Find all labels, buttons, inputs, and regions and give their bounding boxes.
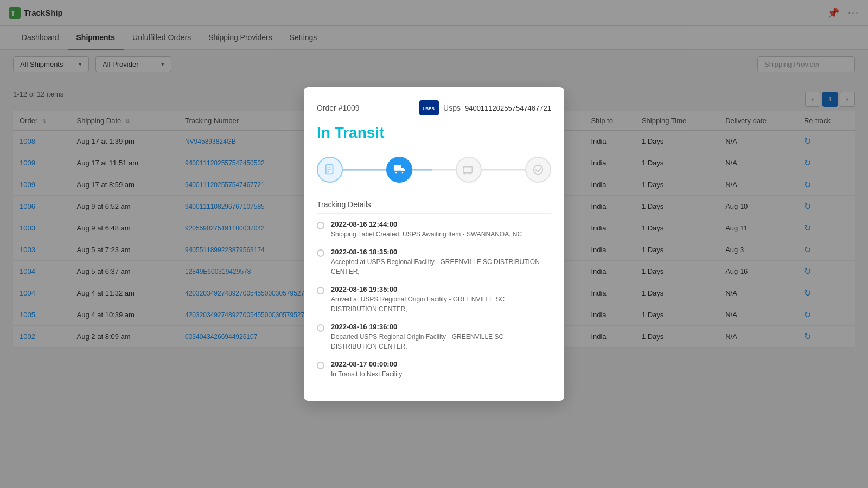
tracking-dot xyxy=(317,249,324,257)
progress-steps xyxy=(317,157,551,183)
svg-text:USPS: USPS xyxy=(423,106,435,111)
tracking-timestamp: 2022-08-16 18:35:00 xyxy=(331,248,551,256)
tracking-event-item: 2022-08-16 19:35:00 Arrived at USPS Regi… xyxy=(317,285,551,314)
step-label xyxy=(317,157,343,183)
van-icon xyxy=(463,164,475,176)
modal-provider: USPS Usps 9400111202557547467721 xyxy=(419,100,551,115)
tracking-dot xyxy=(317,222,324,229)
tracking-body: 2022-08-16 19:36:00 Departed USPS Region… xyxy=(331,323,551,351)
tracking-details-title: Tracking Details xyxy=(317,200,551,214)
tracking-events: 2022-08-16 12:44:00 Shipping Label Creat… xyxy=(317,220,551,356)
tracking-timestamp: 2022-08-16 19:35:00 xyxy=(331,285,551,293)
tracking-description: Departed USPS Regional Origin Facility -… xyxy=(331,332,551,351)
svg-point-9 xyxy=(402,172,404,174)
svg-point-8 xyxy=(395,172,397,174)
step-delivered xyxy=(525,157,551,183)
tracking-event-item: 2022-08-16 12:44:00 Shipping Label Creat… xyxy=(317,220,551,239)
tracking-dot xyxy=(317,324,324,332)
check-icon xyxy=(532,164,544,176)
step-transit xyxy=(386,157,412,183)
truck-icon xyxy=(393,164,405,176)
tracking-modal: Order #1009 USPS Usps 940011120255754746… xyxy=(304,87,564,356)
tracking-body: 2022-08-16 19:35:00 Arrived at USPS Regi… xyxy=(331,285,551,314)
tracking-body: 2022-08-16 18:35:00 Accepted at USPS Reg… xyxy=(331,248,551,277)
progress-bar xyxy=(317,152,551,187)
modal-overlay[interactable]: Order #1009 USPS Usps 940011120255754746… xyxy=(0,0,868,356)
svg-point-13 xyxy=(534,165,543,175)
tracking-description: Arrived at USPS Regional Origin Facility… xyxy=(331,294,551,314)
tracking-description: Accepted at USPS Regional Facility - GRE… xyxy=(331,257,551,277)
svg-rect-10 xyxy=(463,167,473,173)
document-icon xyxy=(324,164,336,176)
step-delivery xyxy=(456,157,482,183)
tracking-body: 2022-08-16 12:44:00 Shipping Label Creat… xyxy=(331,220,551,239)
modal-tracking-number: 9400111202557547467721 xyxy=(465,104,551,112)
tracking-description: Shipping Label Created, USPS Awaiting It… xyxy=(331,229,551,239)
tracking-timestamp: 2022-08-16 12:44:00 xyxy=(331,220,551,228)
usps-svg: USPS xyxy=(421,102,437,114)
tracking-event-item: 2022-08-16 18:35:00 Accepted at USPS Reg… xyxy=(317,248,551,277)
modal-provider-name: Usps xyxy=(443,104,461,112)
tracking-dot xyxy=(317,287,324,294)
usps-logo: USPS xyxy=(419,100,439,115)
modal-order-number: Order #1009 xyxy=(317,104,360,112)
modal-status: In Transit xyxy=(317,124,551,142)
tracking-timestamp: 2022-08-16 19:36:00 xyxy=(331,323,551,331)
tracking-event-item: 2022-08-16 19:36:00 Departed USPS Region… xyxy=(317,323,551,351)
modal-header: Order #1009 USPS Usps 940011120255754746… xyxy=(317,100,551,115)
svg-rect-4 xyxy=(326,165,333,174)
